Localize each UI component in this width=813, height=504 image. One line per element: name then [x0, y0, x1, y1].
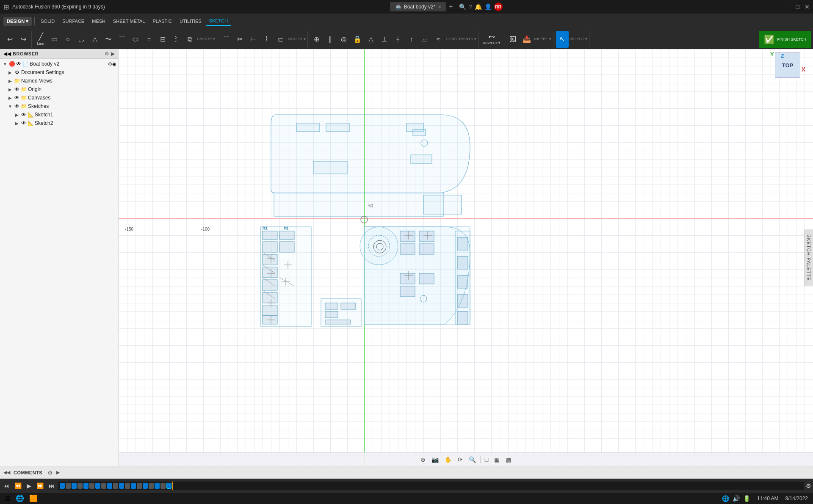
eye-icon[interactable]: 👁 — [15, 61, 22, 67]
polygon-tool[interactable]: △ — [88, 31, 101, 48]
eye-icon[interactable]: 👁 — [14, 103, 20, 110]
timeline-item[interactable] — [125, 483, 130, 489]
tree-item-sketch2[interactable]: ▶ 👁 📐 Sketch2 — [0, 119, 118, 127]
circle-tool[interactable]: ○ — [61, 31, 74, 48]
timeline-item[interactable] — [60, 483, 65, 489]
timeline-prev-button[interactable]: ⏪ — [13, 482, 23, 490]
timeline-item[interactable] — [155, 483, 160, 489]
comments-expand-icon[interactable]: ◀◀ — [3, 470, 10, 475]
timeline-item[interactable] — [143, 483, 148, 489]
search-icon[interactable]: 🔍 — [459, 3, 466, 10]
expand-icon[interactable]: ▼ — [7, 103, 14, 110]
display-mode-button[interactable]: □ — [483, 455, 490, 464]
design-dropdown[interactable]: DESIGN ▾ — [3, 17, 32, 26]
timeline-settings-icon[interactable]: ⚙ — [806, 482, 811, 489]
pattern-tool[interactable]: ⧉ — [183, 31, 196, 48]
timeline-item[interactable] — [149, 483, 154, 489]
equal-tool[interactable]: ≈ — [432, 31, 445, 48]
timeline-item[interactable] — [83, 483, 88, 489]
tab-sketch[interactable]: SKETCH — [206, 17, 232, 26]
timeline-item[interactable] — [131, 483, 136, 489]
battery-icon[interactable]: 🔋 — [743, 495, 750, 502]
camera-button[interactable]: 📷 — [430, 455, 440, 464]
trim-tool[interactable]: ✂ — [233, 31, 246, 48]
tab-mesh[interactable]: MESH — [88, 17, 109, 25]
rectangle-tool[interactable]: ▭ — [48, 31, 61, 48]
close-button[interactable]: ✕ — [805, 3, 810, 10]
finish-sketch-button[interactable]: ✅ FINISH SKETCH — [759, 31, 811, 48]
extend-tool[interactable]: ⊢ — [247, 31, 260, 48]
mirror-tool[interactable]: ⧘ — [170, 31, 183, 48]
eye-icon[interactable]: 👁 — [14, 94, 20, 101]
sketch-dim-tool[interactable]: = — [143, 31, 155, 48]
comments-collapse-icon[interactable]: ▶ — [56, 470, 60, 475]
orbit-button[interactable]: ⟳ — [456, 455, 465, 464]
expand-icon[interactable]: ▶ — [7, 86, 14, 93]
timeline-next-button[interactable]: ⏩ — [35, 482, 45, 490]
slot-tool[interactable]: ⬭ — [129, 31, 142, 48]
new-tab-button[interactable]: + — [449, 3, 453, 11]
canvas-area[interactable]: 50 -150 -100 — [119, 49, 813, 466]
collinear-tool[interactable]: ∥ — [324, 31, 337, 48]
expand-icon[interactable]: ▶ — [14, 120, 20, 127]
minimize-button[interactable]: − — [787, 3, 791, 10]
comments-settings-icon[interactable]: ⚙ — [47, 469, 53, 476]
perpendicular-tool[interactable]: ⊥ — [378, 31, 391, 48]
vertical-tool[interactable]: ↑ — [405, 31, 418, 48]
start-menu-icon[interactable]: ⊞ — [5, 494, 11, 502]
insert-dxf-tool[interactable]: 📤 — [520, 31, 533, 48]
help-icon[interactable]: ? — [469, 3, 472, 10]
tree-item-named-views[interactable]: ▶ 📁 Named Views — [0, 77, 118, 85]
lock-tool[interactable]: 🔒 — [351, 31, 364, 48]
browser-collapse-icon[interactable]: ◀◀ — [3, 51, 11, 57]
network-icon[interactable]: 🌐 — [722, 495, 729, 502]
timeline-item[interactable] — [77, 483, 83, 489]
snap-button[interactable]: ⊕ — [419, 455, 427, 464]
timeline-item[interactable] — [89, 483, 94, 489]
expand-icon[interactable]: ▶ — [7, 94, 14, 101]
active-tab[interactable]: 🚢 Boat body v2* ✕ — [390, 2, 447, 11]
offset-tool[interactable]: ⊟ — [156, 31, 169, 48]
browser-expand-icon[interactable]: ▶ — [111, 51, 115, 57]
timeline-item[interactable] — [66, 483, 71, 489]
expand-icon[interactable]: ▶ — [14, 111, 20, 118]
record-icon[interactable]: ◉ — [112, 61, 116, 67]
timeline-item[interactable] — [95, 483, 100, 489]
tree-item-root[interactable]: ▼ 🔴 👁 📄 Boat body v2 ⚙ ◉ — [0, 60, 118, 68]
tree-item-canvases[interactable]: ▶ 👁 📁 Canvases — [0, 94, 118, 102]
timeline-item[interactable] — [107, 483, 112, 489]
concentric-tool[interactable]: ◎ — [337, 31, 350, 48]
timeline-item[interactable] — [113, 483, 118, 489]
volume-icon[interactable]: 🔊 — [733, 495, 740, 502]
sketch-palette-handle[interactable]: SKETCH PALETTE — [804, 229, 813, 286]
insert-image-tool[interactable]: 🖼 — [507, 31, 520, 48]
account-icon[interactable]: 👤 — [484, 3, 492, 10]
timeline-track[interactable] — [58, 482, 804, 490]
tangent-tool[interactable]: ⌓ — [419, 31, 431, 48]
tree-item-sketches[interactable]: ▼ 👁 📁 Sketches — [0, 102, 118, 110]
eye-icon[interactable]: 👁 — [20, 120, 27, 127]
measure-tool[interactable]: ⊷INSPECT ▾ — [481, 31, 503, 48]
expand-icon[interactable]: ▶ — [7, 69, 14, 76]
eye-icon[interactable]: 👁 — [14, 86, 20, 93]
break-tool[interactable]: ⌇ — [260, 31, 273, 48]
offset-curves-tool[interactable]: ⊏ — [274, 31, 287, 48]
view-cube[interactable]: TOP — [775, 52, 800, 78]
timeline-item-selected[interactable] — [166, 483, 171, 489]
timeline-end-button[interactable]: ⏭ — [47, 482, 56, 490]
timeline-item[interactable] — [137, 483, 142, 489]
view-settings-button[interactable]: ▩ — [504, 455, 513, 464]
browser-settings-icon[interactable]: ⚙ — [105, 51, 109, 57]
tab-sheet-metal[interactable]: SHEET METAL — [110, 17, 148, 25]
app-grid-icon[interactable]: ⊞ — [3, 3, 9, 11]
tree-item-doc-settings[interactable]: ▶ ⚙ Document Settings — [0, 68, 118, 77]
eye-icon[interactable]: 👁 — [20, 111, 27, 118]
timeline-item[interactable] — [72, 483, 77, 489]
user-initials[interactable]: RR — [494, 3, 503, 11]
conic-tool[interactable]: ⌒ — [116, 31, 128, 48]
tab-surface[interactable]: SURFACE — [59, 17, 88, 25]
zoom-button[interactable]: 🔍 — [467, 455, 478, 464]
fusion-icon[interactable]: 🟧 — [29, 494, 38, 502]
line-tool[interactable]: ╱Line — [34, 31, 47, 48]
tab-utilities[interactable]: UTILITIES — [176, 17, 205, 25]
